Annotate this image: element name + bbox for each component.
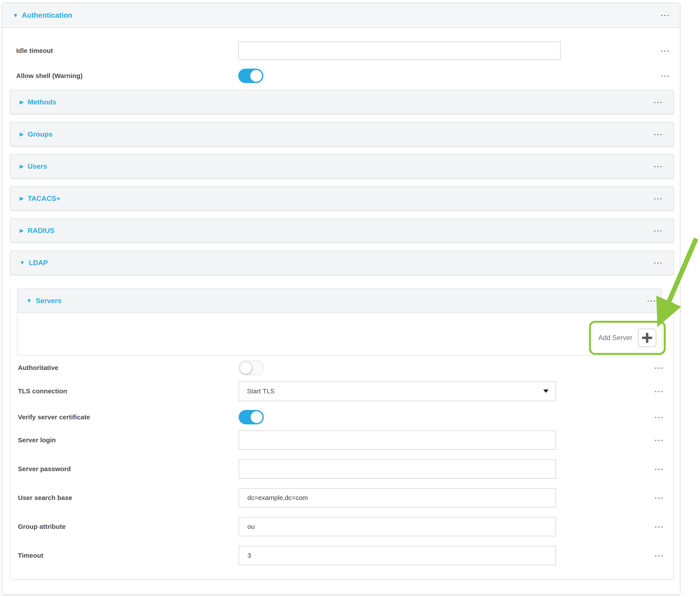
authentication-title: Authentication xyxy=(22,11,72,20)
section-bar-users[interactable]: ▶ Users ●●● xyxy=(10,154,674,178)
tls-connection-row: TLS connection Start TLS ●●● xyxy=(18,381,664,401)
more-options-icon[interactable]: ●●● xyxy=(655,525,664,528)
more-options-icon[interactable]: ●●● xyxy=(655,416,664,419)
idle-timeout-input[interactable] xyxy=(238,42,560,60)
servers-header[interactable]: ▼ Servers ●●● xyxy=(17,289,662,313)
user-search-base-row: User search base ●●● xyxy=(18,488,664,507)
toggle-knob xyxy=(251,411,262,423)
more-options-icon[interactable]: ●●● xyxy=(661,49,670,52)
annotation-highlight-box: Add Server xyxy=(589,321,666,355)
idle-timeout-label: Idle timeout xyxy=(16,47,238,54)
section-bar-tacacs[interactable]: ▶ TACACS+ ●●● xyxy=(10,186,674,210)
more-options-icon[interactable]: ●●● xyxy=(654,229,663,232)
section-bar-label: LDAP xyxy=(29,259,48,267)
expand-arrow-icon: ▶ xyxy=(20,164,24,169)
section-bar-label: RADIUS xyxy=(28,227,54,235)
chevron-down-icon xyxy=(543,390,549,393)
expand-arrow-icon: ▶ xyxy=(20,228,24,233)
collapse-arrow-icon: ▼ xyxy=(20,260,25,265)
section-bar-label: Groups xyxy=(28,130,52,138)
section-bar-methods[interactable]: ▶ Methods ●●● xyxy=(10,90,674,114)
server-password-input[interactable] xyxy=(239,459,556,478)
tls-connection-select[interactable]: Start TLS xyxy=(239,381,556,401)
user-search-base-input[interactable] xyxy=(239,488,556,507)
servers-title: Servers xyxy=(36,297,61,305)
section-bar-groups[interactable]: ▶ Groups ●●● xyxy=(10,122,674,146)
group-attribute-row: Group attribute ●●● xyxy=(18,517,664,536)
collapse-arrow-icon: ▼ xyxy=(26,298,32,303)
more-options-icon[interactable]: ●●● xyxy=(661,74,670,78)
group-attribute-label: Group attribute xyxy=(18,523,239,530)
ldap-section-body: ▼ Servers ●●● Add Server Authoritative ●… xyxy=(10,289,674,580)
collapse-arrow-icon: ▼ xyxy=(13,13,18,18)
add-server-label: Add Server xyxy=(598,334,632,342)
toggle-knob xyxy=(240,362,252,374)
more-options-icon[interactable]: ●●● xyxy=(654,261,663,265)
section-bar-label: TACACS+ xyxy=(28,195,60,203)
more-options-icon[interactable]: ●●● xyxy=(654,197,663,200)
timeout-input[interactable] xyxy=(239,546,556,565)
section-bar-label: Methods xyxy=(28,98,56,106)
verify-server-certificate-row: Verify server certificate ●●● xyxy=(18,410,664,424)
idle-timeout-row: Idle timeout ●●● xyxy=(2,42,680,60)
tls-connection-value: Start TLS xyxy=(247,388,274,395)
expand-arrow-icon: ▶ xyxy=(20,131,24,137)
allow-shell-row: Allow shell (Warning) ●●● xyxy=(2,69,680,83)
expand-arrow-icon: ▶ xyxy=(20,99,24,105)
plus-icon[interactable] xyxy=(638,329,656,347)
server-password-row: Server password ●●● xyxy=(18,459,664,478)
more-options-icon[interactable]: ●●● xyxy=(655,439,664,442)
allow-shell-label: Allow shell (Warning) xyxy=(16,72,238,79)
more-options-icon[interactable]: ●●● xyxy=(661,14,670,17)
authentication-panel: ▼ Authentication ●●● Idle timeout ●●● Al… xyxy=(2,3,680,595)
more-options-icon[interactable]: ●●● xyxy=(655,554,664,557)
server-login-input[interactable] xyxy=(239,430,556,450)
group-attribute-input[interactable] xyxy=(239,517,556,536)
user-search-base-label: User search base xyxy=(18,494,239,501)
timeout-row: Timeout ●●● xyxy=(18,546,664,565)
authoritative-row: Authoritative ●●● xyxy=(18,360,664,375)
verify-server-certificate-label: Verify server certificate xyxy=(18,414,239,421)
expand-arrow-icon: ▶ xyxy=(20,196,24,201)
more-options-icon[interactable]: ●●● xyxy=(654,101,663,104)
tls-connection-label: TLS connection xyxy=(18,388,239,395)
verify-server-certificate-toggle[interactable] xyxy=(239,410,264,424)
allow-shell-toggle[interactable] xyxy=(238,69,264,83)
section-bar-radius[interactable]: ▶ RADIUS ●●● xyxy=(10,218,674,243)
authoritative-toggle[interactable] xyxy=(239,360,264,375)
section-bar-label: Users xyxy=(28,163,47,170)
servers-body: Add Server xyxy=(17,313,662,356)
section-bar-ldap[interactable]: ▼ LDAP ●●● xyxy=(10,250,674,275)
more-options-icon[interactable]: ●●● xyxy=(655,496,664,500)
more-options-icon[interactable]: ●●● xyxy=(655,366,664,370)
server-login-label: Server login xyxy=(18,437,239,444)
more-options-icon[interactable]: ●●● xyxy=(655,390,664,393)
more-options-icon[interactable]: ●●● xyxy=(654,133,663,136)
authentication-header[interactable]: ▼ Authentication ●●● xyxy=(2,3,680,28)
add-server-button[interactable]: Add Server xyxy=(598,329,656,347)
timeout-label: Timeout xyxy=(18,552,239,559)
more-options-icon[interactable]: ●●● xyxy=(654,165,663,168)
server-password-label: Server password xyxy=(18,465,239,473)
more-options-icon[interactable]: ●●● xyxy=(655,467,664,471)
more-options-icon[interactable]: ●●● xyxy=(647,299,656,302)
server-login-row: Server login ●●● xyxy=(18,430,664,450)
authoritative-label: Authoritative xyxy=(18,364,239,372)
toggle-knob xyxy=(250,70,262,82)
